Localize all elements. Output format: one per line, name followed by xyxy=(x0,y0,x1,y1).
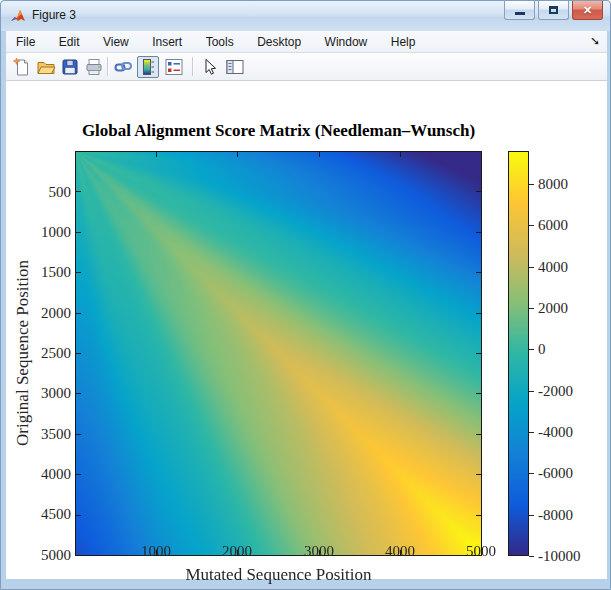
colorbar-tick-label: -8000 xyxy=(538,506,600,524)
client-area: File Edit View Insert Tools Desktop Wind… xyxy=(6,31,607,579)
menu-window[interactable]: Window xyxy=(317,31,376,49)
colorbar-tick-label: 6000 xyxy=(538,216,600,234)
save-figure-button[interactable] xyxy=(59,56,81,78)
colorbar-tick-label: -6000 xyxy=(538,464,600,482)
printer-icon xyxy=(84,57,104,77)
colorbar-tick xyxy=(529,308,534,309)
matlab-logo-icon xyxy=(10,8,26,24)
colorbar-tick xyxy=(529,515,534,516)
toolbar-separator xyxy=(107,57,109,76)
colorbar-tick xyxy=(529,473,534,474)
maximize-icon xyxy=(549,6,558,14)
colorbar-tick xyxy=(529,225,534,226)
figure-toolbar xyxy=(6,53,607,81)
print-figure-button[interactable] xyxy=(83,56,105,78)
figure-canvas-area: Global Alignment Score Matrix (Needleman… xyxy=(6,81,607,579)
colorbar xyxy=(508,151,529,556)
dock-figure-arrow-icon[interactable]: ➘ xyxy=(590,34,600,48)
plot-title: Global Alignment Score Matrix (Needleman… xyxy=(75,121,482,141)
close-icon: ✕ xyxy=(583,5,592,16)
cursor-arrow-icon xyxy=(199,57,219,77)
maximize-button[interactable] xyxy=(538,1,569,20)
colorbar-tick-label: 8000 xyxy=(538,175,600,193)
colorbar-tick-label: -2000 xyxy=(538,382,600,400)
y-tick-label: 5000 xyxy=(15,546,71,564)
legend-icon xyxy=(164,57,184,77)
open-folder-icon xyxy=(36,57,56,77)
figure-window: Figure 3 ✕ File Edit View Insert Tools D… xyxy=(0,0,611,590)
new-figure-button[interactable] xyxy=(11,56,33,78)
insert-colorbar-button[interactable] xyxy=(137,56,159,78)
colorbar-tick-label: -10000 xyxy=(538,547,600,565)
new-document-icon xyxy=(12,57,32,77)
close-button[interactable]: ✕ xyxy=(572,1,603,20)
colorbar-tick xyxy=(529,267,534,268)
title-bar[interactable]: Figure 3 ✕ xyxy=(1,1,610,31)
edit-plot-button[interactable] xyxy=(198,56,220,78)
colorbar-tick xyxy=(529,556,534,557)
plot-browser-panel-icon xyxy=(225,57,245,77)
insert-legend-button[interactable] xyxy=(163,56,185,78)
colorbar-tick xyxy=(529,391,534,392)
x-tick-label: 2000 xyxy=(207,542,267,560)
x-tick-label: 1000 xyxy=(126,542,186,560)
menu-view[interactable]: View xyxy=(95,31,137,49)
colorbar-tick xyxy=(529,432,534,433)
open-file-button[interactable] xyxy=(35,56,57,78)
y-axis-label: Original Sequence Position xyxy=(13,233,33,473)
chain-link-icon xyxy=(113,57,133,77)
minimize-icon xyxy=(515,12,525,15)
minimize-button[interactable] xyxy=(504,1,535,20)
colorbar-tick xyxy=(529,349,534,350)
menu-bar: File Edit View Insert Tools Desktop Wind… xyxy=(6,31,607,53)
x-tick-label: 5000 xyxy=(451,542,511,560)
floppy-disk-icon xyxy=(60,57,80,77)
colorbar-tick xyxy=(529,184,534,185)
colorbar-icon xyxy=(138,57,158,77)
heatmap-plot xyxy=(75,151,482,556)
x-tick-label: 3000 xyxy=(289,542,349,560)
colorbar-tick-label: -4000 xyxy=(538,423,600,441)
window-title: Figure 3 xyxy=(32,8,76,22)
x-tick-label: 4000 xyxy=(370,542,430,560)
menu-help[interactable]: Help xyxy=(383,31,424,49)
y-tick-label: 500 xyxy=(15,183,71,201)
link-plot-button[interactable] xyxy=(112,56,134,78)
plot-tools-button[interactable] xyxy=(224,56,246,78)
x-axis-label: Mutated Sequence Position xyxy=(75,565,482,585)
colorbar-tick-label: 0 xyxy=(538,340,600,358)
colorbar-tick-label: 4000 xyxy=(538,258,600,276)
colorbar-tick-label: 2000 xyxy=(538,299,600,317)
y-tick-label: 4500 xyxy=(15,505,71,523)
toolbar-separator xyxy=(192,57,194,76)
menu-desktop[interactable]: Desktop xyxy=(249,31,309,49)
menu-insert[interactable]: Insert xyxy=(144,31,190,49)
menu-tools[interactable]: Tools xyxy=(198,31,242,49)
menu-edit[interactable]: Edit xyxy=(51,31,88,49)
menu-file[interactable]: File xyxy=(8,31,43,49)
